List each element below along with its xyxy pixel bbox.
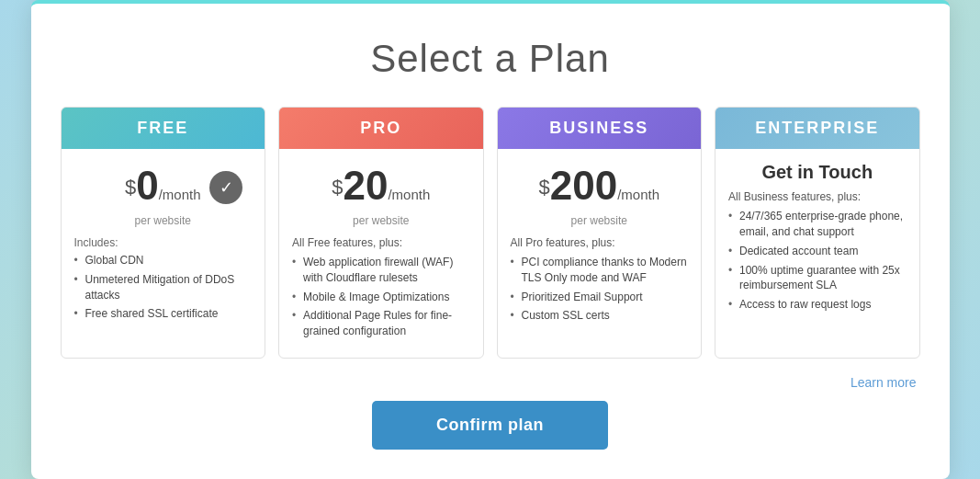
plan-body-enterprise: Get in Touch All Business features, plus…: [715, 149, 919, 358]
list-item: Mobile & Image Optimizations: [292, 290, 470, 305]
list-item: PCI compliance thanks to Modern TLS Only…: [511, 255, 689, 286]
learn-more-link[interactable]: Learn more: [850, 375, 917, 390]
list-item: Web application firewall (WAF) with Clou…: [292, 255, 470, 286]
plan-card-enterprise[interactable]: ENTERPRISE Get in Touch All Business fea…: [715, 107, 920, 359]
free-includes-label: Includes:: [74, 236, 253, 249]
confirm-plan-button[interactable]: Confirm plan: [372, 401, 608, 450]
plan-body-pro: $20/month per website All Free features,…: [279, 149, 483, 358]
select-plan-modal: Select a Plan FREE $0/month ✓ per websit…: [31, 0, 950, 479]
pro-features-prefix: All Free features, plus:: [292, 236, 470, 249]
plans-container: FREE $0/month ✓ per website Includes: Gl…: [61, 107, 920, 359]
footer-row: Learn more: [61, 375, 920, 390]
plan-header-pro: PRO: [279, 108, 483, 149]
list-item: 24/7/365 enterprise-grade phone, email, …: [728, 209, 907, 240]
page-title: Select a Plan: [61, 37, 920, 81]
list-item: Prioritized Email Support: [511, 290, 689, 305]
business-feature-list: PCI compliance thanks to Modern TLS Only…: [511, 255, 689, 324]
plan-card-free[interactable]: FREE $0/month ✓ per website Includes: Gl…: [61, 107, 266, 359]
enterprise-feature-list: 24/7/365 enterprise-grade phone, email, …: [728, 209, 907, 313]
enterprise-features-prefix: All Business features, plus:: [728, 190, 907, 203]
list-item: Dedicated account team: [728, 244, 907, 259]
plan-price-free: $0/month: [125, 162, 201, 211]
plan-price-business: $200/month: [511, 162, 689, 211]
plan-header-business: BUSINESS: [498, 108, 702, 149]
plan-body-free: $0/month ✓ per website Includes: Global …: [62, 149, 265, 358]
pro-per-website: per website: [292, 214, 470, 227]
plan-card-pro[interactable]: PRO $20/month per website All Free featu…: [278, 107, 484, 359]
plan-header-free: FREE: [62, 108, 265, 149]
list-item: Additional Page Rules for fine-grained c…: [292, 308, 470, 339]
confirm-btn-row: Confirm plan: [61, 401, 920, 450]
list-item: Free shared SSL certificate: [74, 306, 253, 322]
free-per-website: per website: [74, 214, 253, 227]
plan-price-pro: $20/month: [292, 162, 470, 211]
list-item: Unmetered Mitigation of DDoS attacks: [74, 272, 253, 303]
pro-feature-list: Web application firewall (WAF) with Clou…: [292, 255, 470, 339]
list-item: 100% uptime guarantee with 25x reimburse…: [728, 263, 907, 294]
plan-card-business[interactable]: BUSINESS $200/month per website All Pro …: [497, 107, 703, 359]
free-feature-list: Global CDN Unmetered Mitigation of DDoS …: [74, 253, 253, 322]
list-item: Custom SSL certs: [511, 308, 689, 324]
business-features-prefix: All Pro features, plus:: [511, 236, 689, 249]
list-item: Access to raw request logs: [728, 297, 907, 313]
plan-header-enterprise: ENTERPRISE: [715, 108, 919, 149]
enterprise-title: Get in Touch: [728, 162, 907, 183]
selected-checkmark: ✓: [209, 171, 242, 204]
plan-body-business: $200/month per website All Pro features,…: [498, 149, 702, 358]
list-item: Global CDN: [74, 253, 253, 268]
business-per-website: per website: [511, 214, 689, 227]
